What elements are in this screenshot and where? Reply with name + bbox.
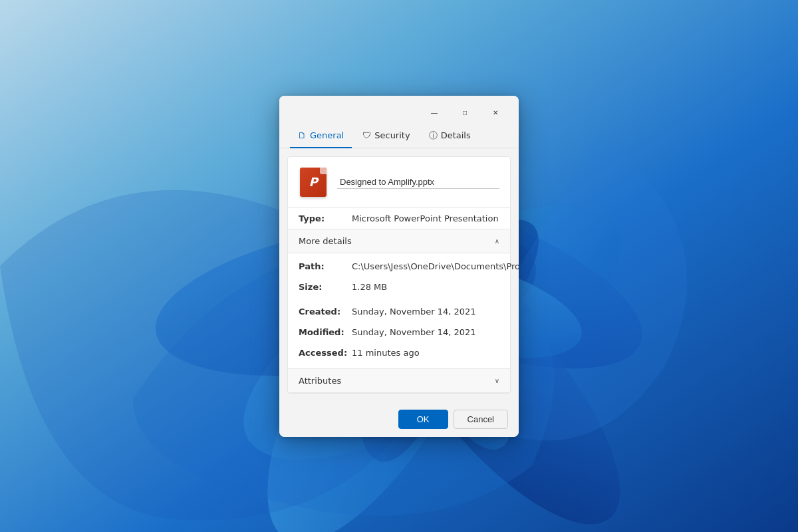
chevron-down-icon: ∨ [495, 377, 499, 384]
created-label: Created: [299, 307, 352, 317]
attributes-title: Attributes [299, 376, 341, 386]
dialog-footer: OK Cancel [279, 402, 519, 437]
path-label: Path: [299, 261, 352, 271]
details-content: Path: C:\Users\Jess\OneDrive\Documents\P… [288, 253, 510, 368]
accessed-label: Accessed: [299, 348, 352, 358]
file-icon-container: P [299, 168, 328, 197]
info-icon: ⓘ [429, 130, 438, 142]
accessed-value: 11 minutes ago [352, 348, 420, 358]
path-row: Path: C:\Users\Jess\OneDrive\Documents\P… [288, 256, 510, 277]
tab-bar: 🗋 General 🛡 Security ⓘ Details [279, 124, 519, 148]
tab-general[interactable]: 🗋 General [290, 124, 352, 148]
window-controls: — □ ✕ [419, 102, 511, 124]
size-label: Size: [299, 282, 352, 292]
path-value: C:\Users\Jess\OneDrive\Documents\Projec.… [352, 261, 519, 271]
modified-value: Sunday, November 14, 2021 [352, 327, 476, 337]
created-row: Created: Sunday, November 14, 2021 [288, 301, 510, 322]
ok-button[interactable]: OK [398, 410, 448, 429]
size-value: 1.28 MB [352, 282, 387, 292]
pptx-icon: P [300, 168, 327, 197]
filename-input[interactable] [337, 176, 499, 189]
minimize-button[interactable]: — [419, 102, 450, 124]
type-row: Type: Microsoft PowerPoint Presentation [288, 208, 510, 229]
size-row: Size: 1.28 MB [288, 277, 510, 297]
type-label: Type: [299, 213, 352, 223]
shield-icon: 🛡 [362, 130, 371, 140]
content-area: P Type: Microsoft PowerPoint Presentatio… [287, 156, 511, 394]
tab-details[interactable]: ⓘ Details [421, 124, 479, 148]
maximize-button[interactable]: □ [450, 102, 480, 124]
cancel-button[interactable]: Cancel [454, 410, 508, 429]
tab-general-label: General [310, 130, 344, 140]
titlebar: — □ ✕ [279, 96, 519, 124]
attributes-header[interactable]: Attributes ∨ [288, 368, 510, 393]
more-details-title: More details [299, 236, 352, 246]
created-value: Sunday, November 14, 2021 [352, 307, 476, 317]
chevron-up-icon: ∧ [495, 237, 499, 245]
file-header: P [288, 157, 510, 208]
modified-row: Modified: Sunday, November 14, 2021 [288, 322, 510, 342]
tab-security[interactable]: 🛡 Security [354, 124, 418, 148]
accessed-row: Accessed: 11 minutes ago [288, 342, 510, 363]
tab-security-label: Security [374, 130, 410, 140]
more-details-header[interactable]: More details ∧ [288, 229, 510, 253]
tab-details-label: Details [441, 130, 471, 140]
type-value: Microsoft PowerPoint Presentation [352, 213, 499, 223]
file-properties-dialog: — □ ✕ 🗋 General 🛡 Security ⓘ Details [279, 96, 519, 437]
modified-label: Modified: [299, 327, 352, 337]
document-icon: 🗋 [298, 130, 307, 140]
dialog-overlay: — □ ✕ 🗋 General 🛡 Security ⓘ Details [0, 0, 798, 532]
close-button[interactable]: ✕ [480, 102, 511, 124]
